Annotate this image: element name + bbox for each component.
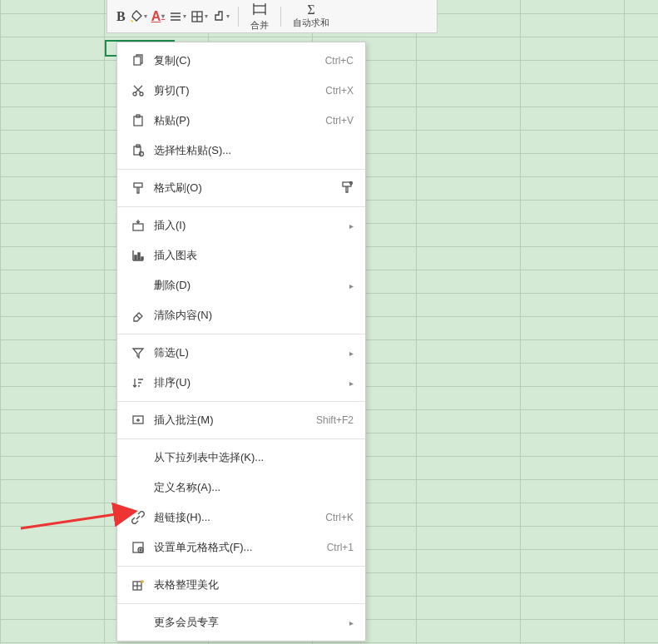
menu-label: 更多会员专享 <box>147 615 312 630</box>
menu-label: 格式刷(O) <box>147 181 312 196</box>
svg-rect-23 <box>133 224 143 230</box>
chart-icon <box>129 249 147 262</box>
menu-pick-from-list[interactable]: 从下拉列表中选择(K)... <box>117 443 365 473</box>
fill-color-button[interactable] <box>130 10 147 23</box>
submenu-arrow-icon <box>312 347 354 359</box>
svg-point-31 <box>140 549 141 551</box>
formatting-toolbar: B A 合并 Σ 自动求和 <box>106 0 438 33</box>
svg-point-19 <box>140 152 144 156</box>
copy-icon <box>129 54 147 67</box>
format-cells-icon <box>129 541 147 554</box>
menu-define-name[interactable]: 定义名称(A)... <box>117 473 365 503</box>
svg-rect-24 <box>135 255 136 260</box>
svg-rect-25 <box>138 253 140 260</box>
menu-label: 表格整理美化 <box>147 577 312 592</box>
menu-format-cells[interactable]: 设置单元格格式(F)... Ctrl+1 <box>117 533 365 562</box>
menu-separator <box>117 438 365 439</box>
submenu-arrow-icon <box>312 617 354 628</box>
font-color-button[interactable]: A <box>151 9 166 24</box>
menu-label: 删除(D) <box>147 278 312 293</box>
menu-label: 排序(U) <box>147 375 312 390</box>
menu-table-beautify[interactable]: 表格整理美化 <box>117 570 365 600</box>
menu-shortcut: Shift+F2 <box>312 414 354 426</box>
menu-shortcut: Ctrl+C <box>312 55 354 67</box>
menu-paste-special[interactable]: 选择性粘贴(S)... <box>117 136 365 166</box>
menu-cut[interactable]: 剪切(T) Ctrl+X <box>117 76 365 106</box>
paste-special-icon <box>129 144 147 157</box>
menu-hyperlink[interactable]: 超链接(H)... Ctrl+K <box>117 503 365 533</box>
menu-copy[interactable]: 复制(C) Ctrl+C <box>117 46 365 76</box>
filter-icon <box>129 346 147 359</box>
menu-clear-contents[interactable]: 清除内容(N) <box>117 300 365 330</box>
menu-label: 剪切(T) <box>147 83 312 98</box>
menu-label: 插入图表 <box>147 248 312 263</box>
menu-label: 设置单元格格式(F)... <box>147 540 312 555</box>
menu-label: 从下拉列表中选择(K)... <box>147 450 312 465</box>
align-button[interactable] <box>169 10 186 23</box>
submenu-arrow-icon <box>312 280 354 291</box>
submenu-arrow-icon <box>312 220 354 231</box>
svg-rect-12 <box>134 57 141 65</box>
format-painter-pin-icon[interactable] <box>312 181 354 196</box>
submenu-arrow-icon <box>312 377 354 389</box>
menu-label: 筛选(L) <box>147 345 312 360</box>
menu-label: 插入批注(M) <box>147 413 312 428</box>
menu-shortcut: Ctrl+1 <box>312 542 354 553</box>
menu-more-vip[interactable]: 更多会员专享 <box>117 607 365 637</box>
shape-button[interactable] <box>212 10 230 23</box>
menu-separator <box>117 169 365 170</box>
svg-rect-26 <box>141 257 143 260</box>
svg-line-27 <box>136 315 140 319</box>
menu-label: 选择性粘贴(S)... <box>147 143 312 158</box>
menu-label: 定义名称(A)... <box>147 480 312 495</box>
sort-icon <box>129 376 147 389</box>
comment-icon <box>129 414 147 427</box>
menu-shortcut: Ctrl+X <box>312 85 354 97</box>
svg-point-13 <box>133 92 136 96</box>
menu-label: 插入(I) <box>147 218 312 233</box>
menu-insert-comment[interactable]: 插入批注(M) Shift+F2 <box>117 405 365 435</box>
borders-button[interactable] <box>190 10 208 23</box>
menu-insert[interactable]: 插入(I) <box>117 211 365 240</box>
svg-rect-20 <box>134 183 142 187</box>
menu-separator <box>117 566 365 567</box>
menu-filter[interactable]: 筛选(L) <box>117 338 365 368</box>
menu-label: 粘贴(P) <box>147 113 312 128</box>
format-painter-icon <box>129 181 147 195</box>
svg-point-14 <box>140 92 143 96</box>
bold-button[interactable]: B <box>116 9 126 24</box>
menu-separator <box>117 603 365 604</box>
cut-icon <box>129 84 147 97</box>
menu-label: 超链接(H)... <box>147 510 312 525</box>
autosum-button[interactable]: Σ 自动求和 <box>289 0 333 32</box>
menu-label: 清除内容(N) <box>147 308 312 323</box>
menu-paste[interactable]: 粘贴(P) Ctrl+V <box>117 106 365 136</box>
menu-insert-chart[interactable]: 插入图表 <box>117 240 365 270</box>
sparkle-table-icon <box>129 578 147 592</box>
link-icon <box>129 511 147 524</box>
menu-label: 复制(C) <box>147 53 312 68</box>
menu-separator <box>117 334 365 334</box>
menu-shortcut: Ctrl+V <box>312 115 354 126</box>
menu-separator <box>117 206 365 207</box>
menu-delete[interactable]: 删除(D) <box>117 270 365 300</box>
menu-sort[interactable]: 排序(U) <box>117 368 365 398</box>
menu-shortcut: Ctrl+K <box>312 512 354 523</box>
paste-icon <box>129 114 147 127</box>
insert-icon <box>129 219 147 232</box>
menu-format-painter[interactable]: 格式刷(O) <box>117 173 365 203</box>
merge-cells-button[interactable]: 合并 <box>247 0 272 32</box>
svg-rect-11 <box>254 6 265 12</box>
cell-context-menu: 复制(C) Ctrl+C 剪切(T) Ctrl+X 粘贴(P) Ctrl+V 选… <box>116 42 366 642</box>
eraser-icon <box>129 309 147 322</box>
menu-separator <box>117 401 365 402</box>
